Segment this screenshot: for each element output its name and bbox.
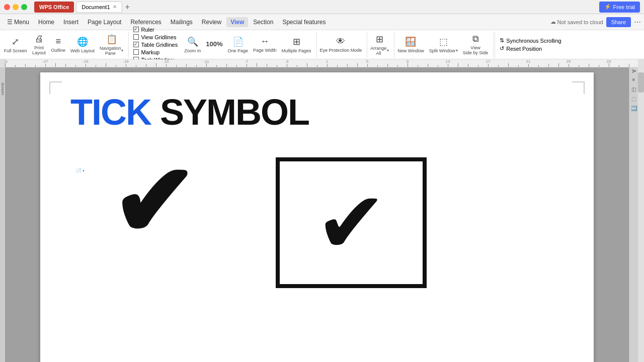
tab-home[interactable]: Home <box>34 17 58 27</box>
wps-office-button[interactable]: WPS Office <box>34 2 74 13</box>
zoom-in-icon: 🔍 <box>187 36 198 47</box>
minimize-button[interactable] <box>13 4 19 10</box>
ruler-checkbox[interactable] <box>133 27 139 32</box>
window-group: 🪟 New Window ⬚ Split Window ▾ ⧉ ViewSide… <box>395 32 494 58</box>
document-tab[interactable]: Document1 ✕ <box>76 2 122 13</box>
table-gridlines-row[interactable]: Table Gridlines <box>132 41 179 48</box>
view-side-by-side-label: ViewSide by Side <box>463 45 489 55</box>
sidebar-tool-2[interactable]: ≡ <box>632 77 635 82</box>
one-page-icon: 📄 <box>232 36 244 47</box>
ruler-main <box>5 59 638 67</box>
arrange-caret: ▾ <box>387 48 389 53</box>
outline-button[interactable]: ≡ Outline <box>49 33 68 57</box>
full-screen-icon: ⤢ <box>12 36 19 47</box>
title-bar: WPS Office Document1 ✕ + ⚡ Free trial <box>0 0 644 14</box>
reset-position-label: Reset Position <box>506 46 542 52</box>
one-page-label: One Page <box>228 48 249 53</box>
tick-symbol-plain: ✔ <box>111 152 195 253</box>
print-layout-icon: 🖨 <box>35 34 44 44</box>
tab-special-features[interactable]: Special features <box>278 17 330 27</box>
sync-group: ⇅ Synchronous Scrolling ↺ Reset Position <box>495 32 565 58</box>
doc-icon-small: 📄 • <box>75 168 85 173</box>
navigation-pane-caret: ▾ <box>121 48 123 53</box>
share-label: Share <box>611 19 626 25</box>
arrange-all-icon: ⊞ <box>376 34 383 45</box>
title-black-part: SYMBOL <box>151 92 309 132</box>
maximize-button[interactable] <box>21 4 27 10</box>
arrange-all-button[interactable]: ⊞ ArrangeAll ▾ <box>368 33 391 57</box>
main-area: Screen TICK SYMBOL 📄 • ✔ ✔ <box>0 67 644 362</box>
title-blue-part: TICK <box>70 92 151 132</box>
hamburger-icon: ☰ <box>7 19 13 26</box>
one-page-button[interactable]: 📄 One Page <box>226 33 251 57</box>
more-options-icon[interactable]: ⋯ <box>634 18 641 26</box>
left-vertical-ruler: Screen <box>0 67 5 362</box>
print-layout-button[interactable]: 🖨 PrintLayout <box>30 33 48 57</box>
table-gridlines-checkbox[interactable] <box>133 42 139 47</box>
sync-scrolling-button[interactable]: ⇅ Synchronous Scrolling <box>498 37 562 44</box>
split-window-button[interactable]: ⬚ Split Window ▾ <box>427 33 460 57</box>
table-gridlines-label: Table Gridlines <box>141 42 178 48</box>
tab-references[interactable]: References <box>126 17 165 27</box>
zoom-percent-button[interactable]: 100% <box>204 33 224 57</box>
reset-position-button[interactable]: ↺ Reset Position <box>498 45 562 52</box>
tab-mailings[interactable]: Mailings <box>167 17 197 27</box>
tab-review[interactable]: Review <box>198 17 225 27</box>
new-window-button[interactable]: 🪟 New Window <box>395 33 426 57</box>
view-gridlines-row[interactable]: View Gridlines <box>132 34 179 41</box>
page-width-button[interactable]: ↔ Page Width <box>251 33 279 57</box>
close-button[interactable] <box>4 4 10 10</box>
ruler-area <box>0 59 644 67</box>
outline-icon: ≡ <box>56 36 61 47</box>
document-title: TICK SYMBOL <box>70 93 564 132</box>
hamburger-menu[interactable]: ☰ Menu <box>3 17 33 27</box>
vertical-scrollbar[interactable] <box>638 67 644 362</box>
sidebar-tool-1[interactable]: A <box>631 69 636 73</box>
tick-symbol-inside: ✔ <box>315 180 387 265</box>
tick-symbols-row: ✔ ✔ <box>70 152 564 288</box>
outline-label: Outline <box>51 48 66 53</box>
split-window-icon: ⬚ <box>439 36 448 47</box>
markup-checkbox[interactable] <box>133 49 139 55</box>
ruler-right-margin <box>638 59 644 67</box>
doc-small-icon-dot: • <box>83 168 85 173</box>
tab-view[interactable]: View <box>226 17 248 27</box>
zoom-in-button[interactable]: 🔍 Zoom In <box>182 33 203 57</box>
eye-protection-button[interactable]: 👁 Eye Protection Mode <box>318 33 364 57</box>
ruler-checkbox-row[interactable]: Ruler <box>132 26 179 33</box>
document-page: TICK SYMBOL 📄 • ✔ ✔ <box>40 72 594 362</box>
view-side-by-side-button[interactable]: ⧉ ViewSide by Side <box>461 33 491 57</box>
sidebar-tool-4[interactable]: ⬚ <box>631 96 636 102</box>
free-trial-icon: ⚡ <box>604 4 611 10</box>
print-layout-label: PrintLayout <box>32 45 46 55</box>
tick-symbol-boxed: ✔ <box>276 157 427 288</box>
scrollbar-thumb[interactable] <box>638 72 644 93</box>
new-window-icon: 🪟 <box>405 36 416 47</box>
menu-label: Menu <box>14 19 29 26</box>
navigation-pane-icon: 📋 <box>106 34 117 45</box>
markup-row[interactable]: Markup <box>132 49 179 56</box>
free-trial-button[interactable]: ⚡ Free trial <box>599 2 640 13</box>
doc-tab-label: Document1 <box>82 4 110 10</box>
sidebar-tool-5[interactable]: 🔤 <box>631 106 637 111</box>
arrange-all-label: ArrangeAll <box>370 46 386 56</box>
ruler-canvas <box>5 59 638 67</box>
full-screen-label: Full Screen <box>4 48 27 53</box>
doc-tab-close[interactable]: ✕ <box>113 4 117 10</box>
add-tab-button[interactable]: + <box>125 3 130 12</box>
share-button[interactable]: Share <box>606 17 631 27</box>
sidebar-tool-3[interactable]: ◫ <box>631 86 636 92</box>
document-scroll-area[interactable]: TICK SYMBOL 📄 • ✔ ✔ <box>5 67 629 362</box>
tab-section[interactable]: Section <box>249 17 277 27</box>
page-width-label: Page Width <box>253 48 277 53</box>
eye-protection-label: Eye Protection Mode <box>320 48 362 53</box>
multiple-pages-button[interactable]: ⊞ Multiple Pages <box>280 33 313 57</box>
view-gridlines-checkbox[interactable] <box>133 34 139 40</box>
tab-page-layout[interactable]: Page Layout <box>84 17 125 27</box>
ruler-label: Ruler <box>141 27 154 33</box>
save-status: ☁ Not saved to cloud <box>550 19 603 25</box>
web-layout-button[interactable]: 🌐 Web Layout <box>68 33 97 57</box>
tab-insert[interactable]: Insert <box>59 17 83 27</box>
full-screen-button[interactable]: ⤢ Full Screen <box>2 33 29 57</box>
navigation-pane-button[interactable]: 📋 NavigationPane ▾ <box>98 33 126 57</box>
